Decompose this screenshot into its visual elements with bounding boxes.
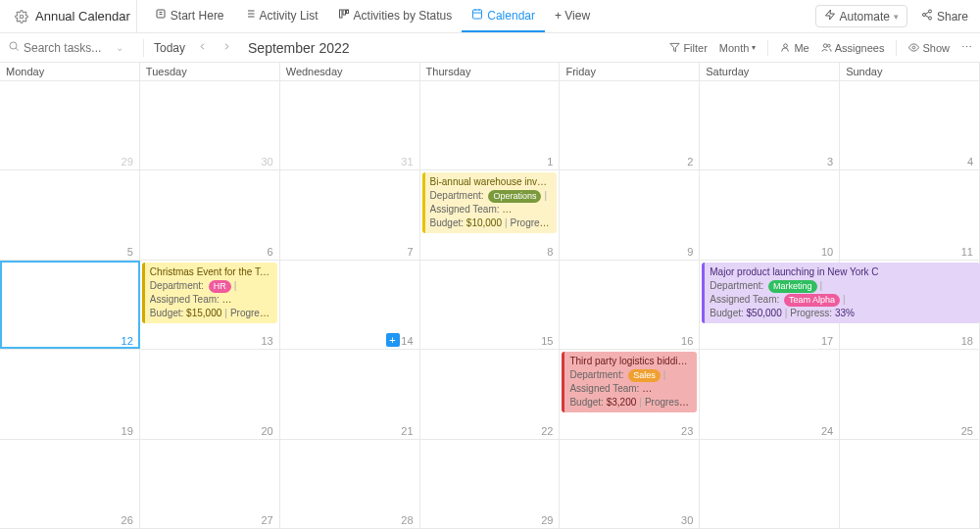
- date-number: 28: [401, 514, 413, 526]
- dept-chip: Sales: [628, 369, 661, 382]
- week-row: 2930311234: [0, 81, 980, 170]
- filter-button[interactable]: Filter: [669, 42, 707, 54]
- calendar-cell[interactable]: 9: [560, 170, 700, 259]
- next-month-button[interactable]: [220, 41, 234, 55]
- calendar-cell[interactable]: 30: [140, 81, 280, 169]
- event-card[interactable]: Bi-annual warehouse inventory for spaDep…: [422, 172, 558, 233]
- event-dept: Department: Sales|: [569, 368, 692, 382]
- prev-month-button[interactable]: [195, 41, 210, 55]
- calendar-cell[interactable]: [840, 440, 980, 528]
- calendar-cell[interactable]: +14: [280, 261, 420, 349]
- day-header: Friday: [560, 63, 700, 80]
- assignees-filter[interactable]: Assignees: [821, 42, 885, 54]
- date-number: 11: [961, 246, 973, 258]
- calendar-cell[interactable]: 27: [140, 440, 280, 528]
- date-number: 26: [122, 514, 133, 526]
- svg-point-25: [823, 44, 827, 48]
- automate-button[interactable]: Automate ▾: [815, 5, 907, 27]
- day-header: Saturday: [700, 63, 840, 80]
- calendar-cell[interactable]: 19: [0, 350, 140, 438]
- chevron-down-icon: ▾: [894, 12, 899, 22]
- more-button[interactable]: ⋯: [961, 41, 972, 54]
- calendar-cell[interactable]: 5: [0, 170, 140, 259]
- calendar-cell[interactable]: 6: [140, 170, 280, 259]
- calendar-cell[interactable]: 20: [140, 350, 280, 438]
- svg-rect-10: [346, 10, 348, 14]
- tab-calendar[interactable]: Calendar: [462, 0, 545, 32]
- search-box[interactable]: ⌄: [8, 40, 133, 55]
- calendar-cell[interactable]: 2: [560, 81, 700, 169]
- tab-icon: [471, 8, 483, 23]
- tab-activity-list[interactable]: Activity List: [234, 0, 328, 32]
- me-filter[interactable]: Me: [780, 42, 808, 54]
- date-number: 17: [821, 335, 833, 347]
- svg-point-18: [928, 17, 931, 20]
- date-number: 25: [961, 425, 973, 437]
- add-event-button[interactable]: +: [386, 333, 400, 347]
- event-meta: Budget: $10,000|Progress: 75%: [430, 216, 553, 230]
- calendar-cell[interactable]: 8Bi-annual warehouse inventory for spaDe…: [420, 170, 561, 259]
- calendar-cell[interactable]: 24: [700, 350, 840, 438]
- topbar: Annual Calendar Start HereActivity ListA…: [0, 0, 980, 33]
- calendar-cell[interactable]: 31: [280, 81, 420, 169]
- svg-rect-9: [343, 10, 346, 15]
- search-input[interactable]: [24, 41, 102, 55]
- calendar-cell[interactable]: 28: [280, 440, 420, 528]
- date-number: 21: [401, 425, 413, 437]
- tab-start-here[interactable]: Start Here: [145, 0, 234, 32]
- day-header: Sunday: [840, 63, 980, 80]
- settings-icon[interactable]: [14, 9, 29, 24]
- date-number: 14: [401, 335, 413, 347]
- calendar-cell[interactable]: 10: [700, 170, 840, 259]
- calendar-cell[interactable]: 7: [280, 170, 420, 259]
- date-number: 30: [261, 156, 272, 168]
- calendar-cell[interactable]: 25: [840, 350, 980, 438]
- week-row: 2627282930: [0, 440, 980, 529]
- tab-icon: [155, 8, 167, 23]
- calendar-cell[interactable]: 15: [420, 261, 561, 349]
- calendar-cell[interactable]: 13Christmas Event for the Team MemberDep…: [140, 261, 280, 349]
- event-team: Assigned Team: Team Delta|: [150, 293, 272, 307]
- calendar-cell[interactable]: [700, 440, 840, 528]
- svg-point-17: [922, 14, 925, 17]
- team-chip: Team Chi: [644, 383, 691, 396]
- calendar-cell[interactable]: 11: [840, 170, 980, 259]
- calendar-cell[interactable]: 22: [420, 350, 561, 438]
- date-number: 22: [541, 425, 553, 437]
- calendar-cell[interactable]: 30: [560, 440, 700, 528]
- calendar-cell[interactable]: 3: [700, 81, 840, 169]
- svg-point-26: [827, 44, 830, 47]
- calendar-cell[interactable]: 23Third party logistics bidding activity…: [560, 350, 700, 438]
- month-selector[interactable]: Month ▾: [719, 42, 757, 54]
- calendar-cell[interactable]: 26: [0, 440, 140, 528]
- tab--view[interactable]: + View: [545, 0, 600, 32]
- today-button[interactable]: Today: [154, 41, 185, 55]
- calendar-cell[interactable]: 21: [280, 350, 420, 438]
- event-card[interactable]: Major product launching in New York CDep…: [702, 263, 980, 323]
- event-card[interactable]: Christmas Event for the Team MemberDepar…: [142, 263, 277, 323]
- calendar-cell[interactable]: 12: [0, 261, 140, 349]
- calendar-cell[interactable]: 1: [420, 81, 561, 169]
- svg-point-27: [913, 46, 916, 49]
- show-button[interactable]: Show: [908, 42, 950, 54]
- event-team: Assigned Team: Team Chi|: [569, 382, 692, 396]
- calendar-cell[interactable]: 17Major product launching in New York CD…: [700, 261, 840, 349]
- share-button[interactable]: Share: [917, 6, 972, 26]
- event-card[interactable]: Third party logistics bidding activityDe…: [562, 352, 697, 412]
- day-header: Monday: [0, 63, 140, 80]
- svg-marker-23: [670, 43, 679, 51]
- calendar-cell[interactable]: 29: [420, 440, 561, 528]
- date-number: 10: [821, 246, 833, 258]
- tab-activities-by-status[interactable]: Activities by Status: [328, 0, 463, 32]
- tab-label: Activity List: [260, 9, 318, 23]
- chevron-down-icon[interactable]: ⌄: [106, 42, 133, 53]
- event-dept: Department: Operations|: [430, 189, 553, 203]
- calendar-cell[interactable]: 29: [0, 81, 140, 169]
- title-group: Annual Calendar: [8, 0, 137, 32]
- date-number: 1: [547, 156, 553, 168]
- date-number: 15: [541, 335, 553, 347]
- event-meta: Budget: $50,000|Progress: 33%: [710, 307, 975, 320]
- calendar-cell[interactable]: 4: [840, 81, 980, 169]
- toolbar: ⌄ Today September 2022 Filter Month ▾ Me…: [0, 33, 980, 63]
- calendar-cell[interactable]: 16: [560, 261, 700, 349]
